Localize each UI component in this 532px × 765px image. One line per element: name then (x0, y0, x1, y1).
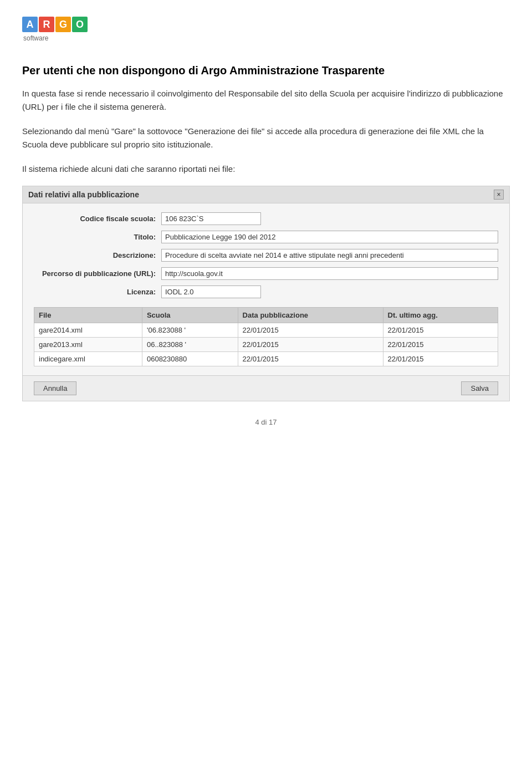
table-cell: 22/01/2015 (238, 323, 383, 338)
table-row: gare2014.xml'06.823088 '22/01/201522/01/… (34, 323, 498, 338)
col-header-file: File (34, 308, 142, 323)
table-cell: 22/01/2015 (383, 352, 498, 366)
input-licenza[interactable] (161, 285, 261, 298)
table-cell: gare2014.xml (34, 323, 142, 338)
dialog-intro: Il sistema richiede alcuni dati che sara… (22, 162, 510, 176)
input-descrizione[interactable] (161, 249, 498, 262)
col-header-scuola: Scuola (142, 308, 238, 323)
page-number: 4 di 17 (22, 418, 510, 426)
logo-letter-r: R (39, 17, 54, 32)
table-cell: 22/01/2015 (238, 352, 383, 366)
input-titolo[interactable] (161, 231, 498, 243)
form-row-titolo: Titolo: (34, 231, 498, 243)
table-row: indicegare.xml060823088022/01/201522/01/… (34, 352, 498, 366)
paragraph-1: In questa fase si rende necessario il co… (22, 87, 510, 114)
table-cell: 22/01/2015 (383, 338, 498, 352)
logo-box: A R G O (22, 17, 88, 32)
dialog-footer: Annulla Salva (23, 375, 509, 401)
section-title: Per utenti che non dispongono di Argo Am… (22, 64, 510, 77)
form-row-licenza: Licenza: (34, 285, 498, 298)
dialog-close-button[interactable]: × (494, 190, 504, 200)
label-codice-fiscale: Codice fiscale scuola: (34, 215, 161, 223)
cancel-button[interactable]: Annulla (34, 381, 76, 395)
logo-software-label: software (23, 34, 48, 42)
table-cell: indicegare.xml (34, 352, 142, 366)
file-table-body: gare2014.xml'06.823088 '22/01/201522/01/… (34, 323, 498, 366)
table-cell: 0608230880 (142, 352, 238, 366)
table-cell: 06..823088 ' (142, 338, 238, 352)
label-percorso-url: Percorso di pubblicazione (URL): (34, 269, 161, 278)
form-row-descrizione: Descrizione: (34, 249, 498, 262)
input-percorso-url[interactable] (161, 267, 498, 280)
table-cell: '06.823088 ' (142, 323, 238, 338)
page-wrapper: A R G O software Per utenti che non disp… (0, 0, 532, 765)
dialog-container: Dati relativi alla pubblicazione × Codic… (22, 186, 510, 401)
dialog-title: Dati relativi alla pubblicazione (28, 190, 139, 199)
table-cell: 22/01/2015 (383, 323, 498, 338)
table-row: gare2013.xml06..823088 '22/01/201522/01/… (34, 338, 498, 352)
label-titolo: Titolo: (34, 233, 161, 241)
save-button[interactable]: Salva (461, 381, 498, 395)
logo-letter-g: G (55, 17, 71, 32)
logo-letter-o: O (72, 17, 88, 32)
form-row-codice: Codice fiscale scuola: (34, 212, 498, 225)
dialog-titlebar: Dati relativi alla pubblicazione × (23, 186, 509, 203)
main-content: Per utenti che non dispongono di Argo Am… (22, 64, 510, 401)
dialog-body: Codice fiscale scuola: Titolo: Descrizio… (23, 203, 509, 375)
input-codice-fiscale[interactable] (161, 212, 261, 225)
label-licenza: Licenza: (34, 288, 161, 296)
logo-letter-a: A (22, 17, 38, 32)
logo-container: A R G O software (22, 17, 88, 42)
col-header-data-pub: Data pubblicazione (238, 308, 383, 323)
header: A R G O software (22, 11, 510, 42)
form-row-url: Percorso di pubblicazione (URL): (34, 267, 498, 280)
label-descrizione: Descrizione: (34, 251, 161, 259)
table-cell: 22/01/2015 (238, 338, 383, 352)
table-cell: gare2013.xml (34, 338, 142, 352)
table-header-row: File Scuola Data pubblicazione Dt. ultim… (34, 308, 498, 323)
file-table: File Scuola Data pubblicazione Dt. ultim… (34, 307, 498, 366)
paragraph-2: Selezionando dal menù "Gare" la sottovoc… (22, 125, 510, 151)
col-header-dt-agg: Dt. ultimo agg. (383, 308, 498, 323)
